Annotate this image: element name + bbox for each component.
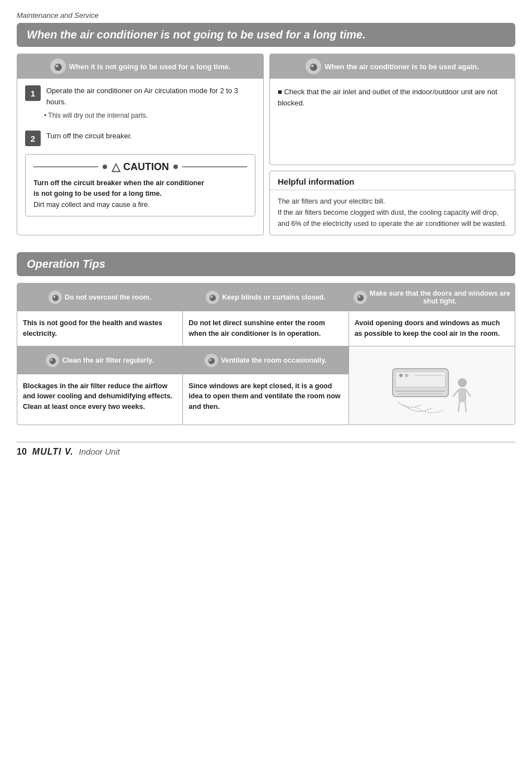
tips-grid: ◕ Do not overcool the room. This is not … (17, 283, 515, 425)
left-column: ◕ When it is not going to be used for a … (17, 54, 264, 235)
svg-point-7 (458, 378, 467, 387)
svg-rect-3 (395, 372, 446, 387)
footer-unit: Indoor Unit (79, 447, 120, 456)
step2: 2 Turn off the circuit breaker. (17, 124, 263, 148)
svg-line-9 (453, 390, 458, 397)
step1-text: Operate the air conditioner on Air circu… (46, 85, 255, 107)
left-header-icon: ◕ (50, 59, 66, 74)
caution-title: △ CAUTION (112, 160, 169, 173)
tip4-body: Blockages in the air filter reduce the a… (17, 374, 182, 425)
svg-line-11 (458, 402, 460, 412)
step1-sub: • This will dry out the internal parts. (17, 112, 263, 119)
tip1-body: This is not good for the health and wast… (17, 311, 182, 346)
tip2-icon: ◕ (206, 291, 219, 304)
svg-line-12 (465, 402, 466, 412)
tip-cell-6-image (349, 346, 515, 425)
tip1-icon: ◕ (49, 291, 62, 304)
tip5-icon: ◕ (205, 354, 218, 367)
page-header: Maintenance and Service (17, 11, 515, 20)
right-col-header: ◕ When the air conditioner is to be used… (270, 54, 515, 79)
tip-cell-3: ◕ Make sure that the doors and windows a… (349, 283, 515, 346)
right-top-content: ■ Check that the air inlet and outlet of… (270, 79, 515, 116)
caution-right-dot (173, 165, 178, 169)
caution-left-line (33, 166, 98, 167)
tip2-header: ◕ Keep blinds or curtains closed. (183, 283, 348, 311)
right-column: ◕ When the air conditioner is to be used… (269, 54, 515, 235)
helpful-title: Helpful information (270, 171, 515, 190)
footer-page-number: 10 (17, 447, 27, 457)
svg-rect-8 (458, 388, 466, 402)
left-col-header: ◕ When it is not going to be used for a … (17, 54, 263, 79)
tip3-icon: ◕ (354, 291, 367, 304)
caution-title-row: △ CAUTION (33, 160, 247, 173)
caution-right-line (182, 166, 247, 167)
helpful-box: Helpful information The air filters and … (269, 171, 515, 235)
tip1-header: ◕ Do not overcool the room. (17, 283, 182, 311)
tip5-body: Since windows are kept closed, it is a g… (183, 374, 348, 425)
caution-left-dot (103, 165, 107, 169)
right-top-box: ◕ When the air conditioner is to be used… (269, 54, 515, 165)
tip-cell-1: ◕ Do not overcool the room. This is not … (17, 283, 183, 346)
section1-content: ◕ When it is not going to be used for a … (17, 54, 515, 235)
step2-number: 2 (25, 131, 41, 146)
section1-title: When the air conditioner is not going to… (17, 23, 515, 47)
svg-line-10 (466, 390, 471, 397)
right-header-icon: ◕ (306, 59, 321, 74)
caution-box: △ CAUTION Turn off the circuit breaker w… (25, 154, 255, 216)
tip3-body: Avoid opening doors and windows as much … (349, 311, 515, 346)
helpful-content: The air filters and your elecitirc bill.… (270, 190, 515, 235)
tip-cell-5: ◕ Ventilate the room occasionally. Since… (183, 346, 349, 425)
step1: 1 Operate the air conditioner on Air cir… (17, 79, 263, 109)
svg-point-4 (399, 374, 403, 377)
footer-brand: MULTI V. (32, 447, 74, 457)
tip3-header: ◕ Make sure that the doors and windows a… (349, 283, 515, 311)
caution-triangle-icon: △ (112, 160, 120, 173)
section2-title: Operation Tips (17, 252, 515, 276)
step1-number: 1 (25, 85, 41, 101)
svg-point-5 (405, 374, 408, 377)
step2-text: Turn off the circuit breaker. (46, 131, 132, 142)
tip-cell-4: ◕ Clean the air filter regularly. Blocka… (17, 346, 183, 425)
tip5-header: ◕ Ventilate the room occasionally. (183, 346, 348, 374)
ac-unit-illustration (387, 352, 476, 419)
tip-cell-2: ◕ Keep blinds or curtains closed. Do not… (183, 283, 349, 346)
page-footer: 10 MULTI V. Indoor Unit (17, 442, 515, 457)
tip4-icon: ◕ (46, 354, 59, 367)
caution-text: Turn off the circuit breaker when the ai… (33, 178, 247, 210)
tip2-body: Do not let direct sunshine enter the roo… (183, 311, 348, 346)
tip4-header: ◕ Clean the air filter regularly. (17, 346, 182, 374)
